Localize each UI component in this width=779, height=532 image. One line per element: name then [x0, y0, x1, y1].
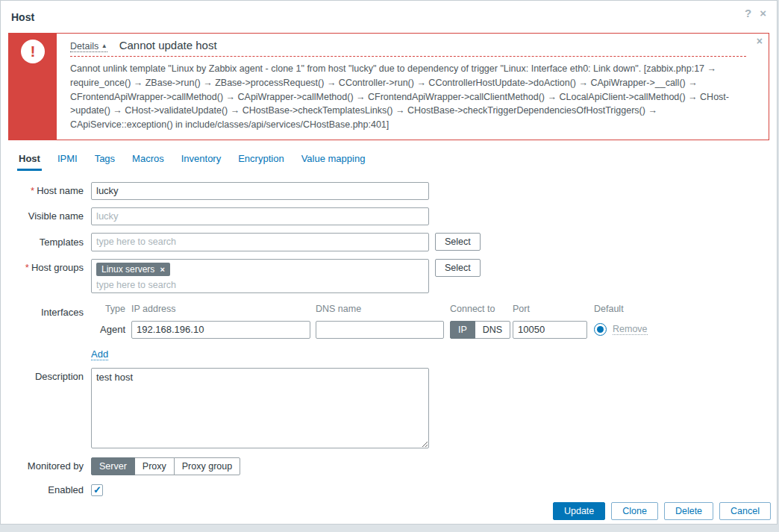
connect-to-dns-option[interactable]: DNS	[475, 321, 510, 339]
error-separator	[70, 56, 746, 57]
enabled-row: Enabled	[1, 484, 777, 496]
description-row: Description test host	[1, 368, 777, 448]
dialog-title: Host	[11, 11, 34, 23]
tab-bar: Host IPMI Tags Macros Inventory Encrypti…	[1, 140, 777, 171]
col-dns-name: DNS name	[316, 304, 444, 314]
host-name-label: Host name	[37, 185, 84, 196]
error-content: × Details ▲ Cannot update host Cannot un…	[57, 34, 769, 140]
error-title: Cannot update host	[119, 39, 217, 51]
interfaces-label: Interfaces	[1, 304, 91, 318]
description-label: Description	[1, 368, 91, 382]
tab-host[interactable]: Host	[17, 151, 42, 171]
host-groups-placeholder: type here to search	[96, 279, 424, 292]
monitored-by-proxy-group-option[interactable]: Proxy group	[174, 457, 240, 475]
interface-add-link[interactable]: Add	[91, 348, 108, 360]
monitored-by-proxy-option[interactable]: Proxy	[134, 457, 175, 475]
cancel-button[interactable]: Cancel	[719, 502, 771, 520]
clone-button[interactable]: Clone	[611, 502, 658, 520]
templates-select-button[interactable]: Select	[435, 233, 481, 251]
connect-to-toggle: IP DNS	[450, 321, 507, 339]
default-interface-radio[interactable]	[594, 323, 607, 336]
col-port: Port	[513, 304, 587, 314]
help-icon[interactable]: ?	[745, 7, 751, 20]
templates-row: Templates type here to search Select	[1, 233, 777, 251]
templates-placeholder: type here to search	[96, 237, 176, 247]
error-detail-text: Cannot unlink template "Linux by Zabbix …	[70, 62, 746, 132]
host-name-input[interactable]	[91, 182, 429, 200]
required-mark: *	[25, 262, 29, 273]
update-button[interactable]: Update	[553, 502, 605, 520]
tab-macros[interactable]: Macros	[131, 151, 166, 171]
visible-name-label: Visible name	[1, 210, 91, 222]
host-groups-multiselect[interactable]: Linux servers × type here to search	[91, 259, 429, 293]
host-groups-select-button[interactable]: Select	[435, 259, 481, 277]
monitored-by-toggle: Server Proxy Proxy group	[91, 457, 240, 475]
tab-ipmi[interactable]: IPMI	[56, 151, 79, 171]
host-form: *Host name Visible name Templates type h…	[1, 182, 777, 496]
required-mark: *	[31, 185, 34, 196]
col-ip-address: IP address	[131, 304, 310, 314]
error-close-icon[interactable]: ×	[757, 35, 763, 47]
monitored-by-row: Monitored by Server Proxy Proxy group	[1, 457, 777, 475]
chip-remove-icon[interactable]: ×	[160, 265, 164, 274]
error-band: !	[9, 34, 57, 140]
templates-multiselect[interactable]: type here to search	[91, 233, 429, 251]
interface-row-agent: Agent IP DNS Remove	[91, 321, 648, 339]
close-icon[interactable]: ×	[760, 7, 766, 20]
error-details-toggle[interactable]: Details ▲	[70, 41, 107, 52]
host-group-chip: Linux servers ×	[96, 263, 170, 276]
tab-inventory[interactable]: Inventory	[180, 151, 222, 171]
enabled-checkbox[interactable]	[91, 484, 103, 496]
interfaces-row: Interfaces Type IP address DNS name Conn…	[1, 304, 777, 360]
interface-ip-input[interactable]	[131, 321, 310, 339]
error-exclamation-icon: !	[21, 40, 45, 63]
host-groups-row: *Host groups Linux servers × type here t…	[1, 259, 777, 293]
col-default: Default	[594, 304, 624, 314]
description-textarea[interactable]: test host	[91, 368, 429, 448]
enabled-label: Enabled	[1, 484, 91, 495]
visible-name-row: Visible name	[1, 207, 777, 225]
triangle-up-icon: ▲	[101, 43, 107, 49]
error-message-box: ! × Details ▲ Cannot update host Cannot …	[8, 33, 769, 140]
interfaces-header: Type IP address DNS name Connect to Port…	[91, 304, 648, 314]
delete-button[interactable]: Delete	[664, 502, 713, 520]
tab-tags[interactable]: Tags	[93, 151, 116, 171]
visible-name-input[interactable]	[91, 207, 429, 225]
col-type: Type	[91, 304, 125, 314]
host-groups-label: Host groups	[31, 262, 84, 273]
monitored-by-server-option[interactable]: Server	[91, 457, 135, 475]
tab-encryption[interactable]: Encryption	[237, 151, 285, 171]
interface-remove-link[interactable]: Remove	[613, 324, 648, 335]
col-connect-to: Connect to	[450, 304, 507, 314]
templates-label: Templates	[1, 237, 91, 248]
dialog-header: Host ? ×	[1, 1, 777, 30]
interface-type-label: Agent	[91, 324, 125, 335]
interface-dns-input[interactable]	[316, 321, 444, 339]
host-group-chip-label: Linux servers	[101, 264, 154, 275]
footer-buttons: Update Clone Delete Cancel	[553, 502, 771, 520]
host-dialog: Host ? × ! × Details ▲ Cannot update hos…	[0, 0, 778, 525]
header-icons: ? ×	[745, 7, 766, 20]
tab-value-mapping[interactable]: Value mapping	[300, 151, 367, 171]
monitored-by-label: Monitored by	[1, 460, 91, 472]
connect-to-ip-option[interactable]: IP	[450, 321, 475, 339]
interfaces-block: Type IP address DNS name Connect to Port…	[91, 304, 648, 360]
host-name-row: *Host name	[1, 182, 777, 200]
interface-port-input[interactable]	[513, 321, 587, 339]
